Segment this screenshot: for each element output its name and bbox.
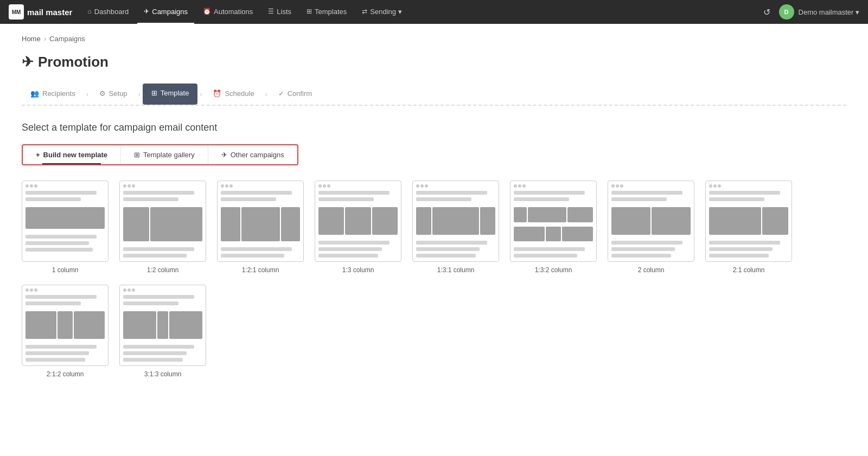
template-card-121col[interactable]: 1:2:1 column xyxy=(217,181,304,274)
template-label-212col: 2:1:2 column xyxy=(22,370,108,378)
recipients-step-icon: 👥 xyxy=(30,89,39,98)
brand-label: mail master xyxy=(27,8,72,17)
lists-icon: ☰ xyxy=(268,8,274,15)
step-sep-3: › xyxy=(197,91,204,98)
template-card-2col[interactable]: 2 column xyxy=(608,181,694,274)
nav-dashboard-label: Dashboard xyxy=(94,8,129,16)
nav-automations-label: Automations xyxy=(214,8,253,16)
template-card-13col[interactable]: 1:3 column xyxy=(315,181,401,274)
breadcrumb-home[interactable]: Home xyxy=(22,35,41,43)
setup-step-icon: ⚙ xyxy=(99,89,106,98)
tab-gallery-label: Template gallery xyxy=(143,151,195,159)
template-label-2col: 2 column xyxy=(608,266,694,274)
breadcrumb-sep: › xyxy=(44,35,46,43)
template-card-313col[interactable]: 3:1:3 column xyxy=(119,285,206,378)
template-preview-121col xyxy=(217,181,304,262)
templates-icon: ⊞ xyxy=(307,8,312,15)
step-schedule[interactable]: ⏰ Schedule xyxy=(204,84,263,104)
brand-logo: MM mail master xyxy=(9,4,72,20)
nav-automations[interactable]: ⏰ Automations xyxy=(196,0,259,24)
template-label-21col: 2:1 column xyxy=(705,266,792,274)
template-card-131col[interactable]: 1:3:1 column xyxy=(412,181,499,274)
template-preview-13col xyxy=(315,181,401,262)
step-recipients[interactable]: 👥 Recipients xyxy=(22,84,84,104)
confirm-step-icon: ✓ xyxy=(278,89,284,98)
template-card-21col[interactable]: 2:1 column xyxy=(705,181,792,274)
step-sep-1: › xyxy=(84,91,91,98)
section-title: Select a template for campaign email con… xyxy=(22,122,846,133)
template-card-1col[interactable]: 1 column xyxy=(22,181,108,274)
template-label-121col: 1:2:1 column xyxy=(217,266,304,274)
template-card-12col[interactable]: 1:2 column xyxy=(119,181,206,274)
user-label: Demo mailmaster ▾ xyxy=(799,8,859,16)
tab-other[interactable]: ✈ Other campaigns xyxy=(208,145,297,164)
template-label-12col: 1:2 column xyxy=(119,266,206,274)
template-label-1col: 1 column xyxy=(22,266,108,274)
title-text: Promotion xyxy=(38,54,108,70)
template-preview-132col xyxy=(510,181,597,262)
nav-campaigns[interactable]: ✈ Campaigns xyxy=(137,0,194,24)
tab-other-label: Other campaigns xyxy=(231,151,284,159)
logo-icon: MM xyxy=(9,4,24,20)
tab-other-icon: ✈ xyxy=(221,151,227,159)
campaigns-icon: ✈ xyxy=(144,8,149,15)
step-sep-2: › xyxy=(136,91,143,98)
nav-lists-label: Lists xyxy=(277,8,291,16)
step-schedule-label: Schedule xyxy=(225,89,254,98)
step-confirm-label: Confirm xyxy=(288,89,312,98)
template-card-132col[interactable]: 1:3:2 column xyxy=(510,181,597,274)
template-preview-21col xyxy=(705,181,792,262)
template-label-131col: 1:3:1 column xyxy=(412,266,499,274)
template-label-313col: 3:1:3 column xyxy=(119,370,206,378)
sending-icon: ⇄ xyxy=(362,8,367,15)
tab-build-icon: + xyxy=(36,151,40,159)
breadcrumb: Home › Campaigns xyxy=(22,35,846,43)
template-tab-box: + Build new template ⊞ Template gallery … xyxy=(22,144,298,165)
dashboard-icon: ⌂ xyxy=(87,8,91,15)
tab-gallery[interactable]: ⊞ Template gallery xyxy=(121,145,208,164)
tab-build-new[interactable]: + Build new template xyxy=(23,145,121,164)
navbar: MM mail master ⌂ Dashboard ✈ Campaigns ⏰… xyxy=(0,0,868,24)
step-recipients-label: Recipients xyxy=(42,89,75,98)
step-confirm[interactable]: ✓ Confirm xyxy=(270,84,321,104)
tab-gallery-icon: ⊞ xyxy=(134,151,140,159)
nav-templates[interactable]: ⊞ Templates xyxy=(300,0,353,24)
step-sep-4: › xyxy=(263,91,270,98)
step-setup-label: Setup xyxy=(109,89,127,98)
user-menu[interactable]: D Demo mailmaster ▾ xyxy=(779,4,859,20)
nav-lists[interactable]: ☰ Lists xyxy=(261,0,298,24)
template-preview-2col xyxy=(608,181,694,262)
automations-icon: ⏰ xyxy=(203,8,211,15)
template-preview-212col xyxy=(22,285,108,366)
user-avatar: D xyxy=(779,4,794,20)
template-label-132col: 1:3:2 column xyxy=(510,266,597,274)
step-template-label: Template xyxy=(161,89,189,97)
template-preview-12col xyxy=(119,181,206,262)
nav-templates-label: Templates xyxy=(315,8,347,16)
step-template[interactable]: ⊞ Template xyxy=(143,84,198,105)
steps-bar: 👥 Recipients › ⚙ Setup › ⊞ Template › ⏰ … xyxy=(22,84,846,106)
tab-build-label: Build new template xyxy=(43,151,107,159)
step-setup[interactable]: ⚙ Setup xyxy=(91,84,136,104)
template-label-13col: 1:3 column xyxy=(315,266,401,274)
page-title: ✈ Promotion xyxy=(22,54,846,70)
template-preview-131col xyxy=(412,181,499,262)
template-grid: 1 column 1:2 column xyxy=(22,181,846,378)
navbar-right: ↺ D Demo mailmaster ▾ xyxy=(763,4,859,20)
title-icon: ✈ xyxy=(22,54,34,70)
nav-sending[interactable]: ⇄ Sending ▾ xyxy=(355,0,408,24)
nav-sending-label: Sending ▾ xyxy=(370,8,401,16)
main-content: Home › Campaigns ✈ Promotion 👥 Recipient… xyxy=(0,24,868,456)
template-step-icon: ⊞ xyxy=(151,89,157,97)
template-preview-313col xyxy=(119,285,206,366)
history-icon[interactable]: ↺ xyxy=(763,7,770,17)
nav-campaigns-label: Campaigns xyxy=(152,8,188,16)
nav-dashboard[interactable]: ⌂ Dashboard xyxy=(81,0,135,24)
template-card-212col[interactable]: 2:1:2 column xyxy=(22,285,108,378)
template-preview-1col xyxy=(22,181,108,262)
schedule-step-icon: ⏰ xyxy=(213,89,221,98)
breadcrumb-campaigns: Campaigns xyxy=(49,35,85,43)
